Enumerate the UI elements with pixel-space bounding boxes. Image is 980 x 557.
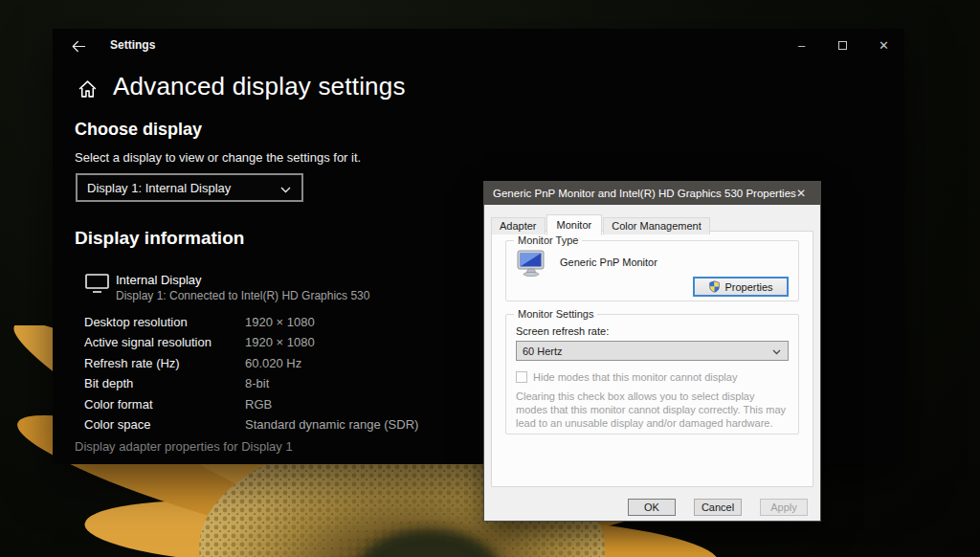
monitor-type-heading: Monitor Type [514, 234, 582, 246]
monitor-device-icon [516, 250, 546, 277]
refresh-rate-label: Screen refresh rate: [516, 325, 609, 337]
dialog-title: Generic PnP Monitor and Intel(R) HD Grap… [493, 188, 796, 199]
back-button[interactable] [66, 35, 91, 56]
choose-display-instruction: Select a display to view or change the s… [75, 150, 361, 165]
uac-shield-icon [708, 280, 721, 293]
window-title: Settings [110, 38, 155, 52]
property-value: 60.020 Hz [245, 356, 418, 376]
apply-button[interactable]: Apply [760, 499, 808, 516]
monitor-properties-dialog: Generic PnP Monitor and Intel(R) HD Grap… [483, 181, 821, 522]
property-label: Active signal resolution [84, 335, 245, 355]
display-connection: Display 1: Connected to Intel(R) HD Grap… [116, 289, 369, 302]
back-arrow-icon [71, 40, 86, 53]
display-select-value: Display 1: Internal Display [87, 181, 231, 195]
home-icon [78, 79, 98, 99]
display-select-dropdown[interactable]: Display 1: Internal Display [76, 173, 303, 202]
dialog-close-icon: ✕ [796, 187, 806, 200]
display-name: Internal Display [116, 273, 202, 287]
close-icon: ✕ [879, 38, 889, 53]
hide-modes-row: Hide modes that this monitor cannot disp… [516, 371, 737, 383]
tab-color-management[interactable]: Color Management [603, 217, 710, 234]
cancel-button[interactable]: Cancel [694, 499, 742, 516]
monitor-settings-group: Monitor Settings Screen refresh rate: 60… [505, 314, 799, 434]
refresh-rate-value: 60 Hertz [523, 345, 563, 357]
hide-modes-warning-text: Clearing this check box allows you to se… [516, 390, 787, 430]
minimize-button[interactable]: – [781, 29, 822, 61]
dialog-tabs: Adapter Monitor Color Management [491, 213, 711, 234]
tab-monitor[interactable]: Monitor [546, 214, 603, 235]
display-adapter-properties-link[interactable]: Display adapter properties for Display 1 [75, 439, 293, 454]
maximize-button[interactable] [822, 29, 863, 61]
maximize-icon [838, 41, 847, 50]
properties-button-label: Properties [724, 281, 772, 293]
hide-modes-checkbox[interactable] [516, 371, 527, 383]
dialog-body: Adapter Monitor Color Management Monitor… [484, 205, 820, 521]
properties-button[interactable]: Properties [693, 277, 789, 297]
close-button[interactable]: ✕ [863, 29, 904, 61]
property-value: Standard dynamic range (SDR) [245, 417, 418, 437]
minimize-icon: – [798, 38, 805, 53]
page-title: Advanced display settings [113, 72, 406, 101]
hide-modes-label: Hide modes that this monitor cannot disp… [533, 371, 737, 383]
property-label: Color format [84, 397, 245, 417]
desktop: Settings – ✕ Advanced display settings C… [0, 0, 980, 557]
tab-adapter[interactable]: Adapter [491, 217, 546, 234]
property-value: 1920 × 1080 [245, 315, 418, 335]
chevron-down-icon [772, 349, 781, 355]
dialog-titlebar: Generic PnP Monitor and Intel(R) HD Grap… [484, 182, 820, 205]
property-value: 8-bit [245, 376, 418, 396]
choose-display-heading: Choose display [75, 120, 202, 140]
window-controls: – ✕ [781, 29, 904, 61]
property-label: Color space [84, 417, 245, 437]
display-information-heading: Display information [75, 228, 244, 249]
display-properties-table: Desktop resolution 1920 × 1080 Active si… [84, 315, 418, 437]
ok-button[interactable]: OK [628, 499, 676, 516]
monitor-name: Generic PnP Monitor [560, 256, 657, 268]
monitor-type-group: Monitor Type Generic PnP Monitor [505, 240, 799, 301]
settings-titlebar: Settings – ✕ [53, 29, 904, 61]
chevron-down-icon [280, 187, 291, 193]
refresh-rate-dropdown[interactable]: 60 Hertz [516, 341, 789, 361]
property-value: RGB [245, 397, 418, 417]
property-value: 1920 × 1080 [245, 335, 418, 355]
dialog-close-button[interactable]: ✕ [782, 182, 820, 205]
monitor-tab-page: Monitor Type Generic PnP Monitor [491, 231, 813, 487]
monitor-outline-icon [85, 274, 109, 293]
property-label: Refresh rate (Hz) [84, 356, 245, 376]
monitor-settings-heading: Monitor Settings [514, 308, 597, 320]
property-label: Bit depth [84, 376, 245, 396]
property-label: Desktop resolution [84, 315, 245, 335]
